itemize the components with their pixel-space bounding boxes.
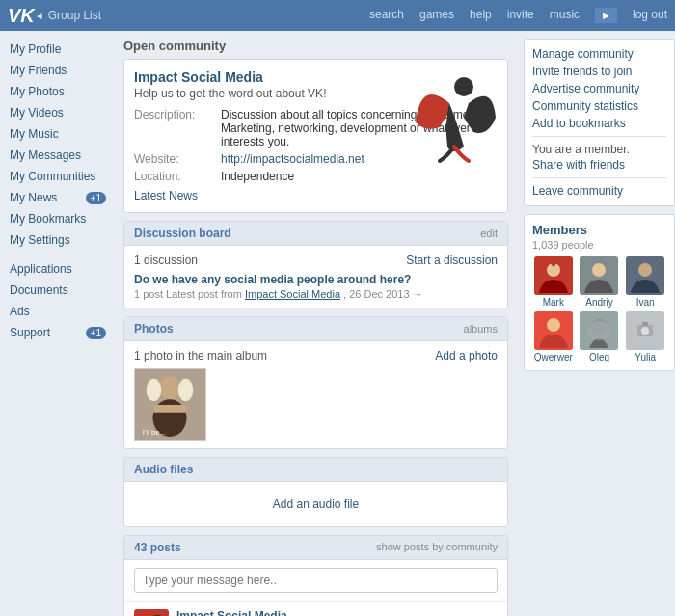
posts-section: 43 posts show posts by community Impact … (123, 535, 508, 616)
latest-news-link[interactable]: Latest News (134, 189, 498, 202)
photos-title: Photos (134, 322, 174, 335)
svg-point-20 (587, 321, 610, 340)
post-author-name[interactable]: Impact Social Media (176, 609, 287, 616)
sidebar-item-my-friends[interactable]: My Friends (0, 60, 116, 81)
discussion-post-meta: 1 post Latest post from Impact Social Me… (134, 288, 498, 300)
photos-count: 1 photo in the main album (134, 349, 267, 362)
add-to-bookmarks-link[interactable]: Add to bookmarks (532, 117, 666, 130)
community-actions: Manage community Invite friends to join … (524, 39, 675, 206)
sidebar-item-my-messages[interactable]: My Messages (0, 145, 116, 166)
member-item-yulia[interactable]: Yulia (624, 311, 666, 362)
post-avatar (134, 609, 169, 616)
page-title: Open community (123, 39, 508, 53)
svg-rect-8 (134, 609, 169, 616)
sidebar-item-applications[interactable]: Applications (0, 258, 116, 280)
nav-search[interactable]: search (369, 8, 404, 23)
sidebar-item-my-photos[interactable]: My Photos (0, 81, 116, 102)
member-item-qwerwer[interactable]: Qwerwer (532, 311, 575, 362)
discussion-post: Do we have any social media people aroun… (134, 273, 498, 300)
post-content: Impact Social Media Have you heard Kseni… (176, 609, 498, 616)
member-avatar-oleg (580, 311, 618, 350)
discussion-row: 1 discussion Start a discussion (134, 254, 498, 267)
main-content: Open community Impact Social Media Help … (116, 31, 516, 616)
group-list-label[interactable]: Group List (48, 9, 101, 22)
website-value[interactable]: http://impactsocialmedia.net (221, 152, 364, 166)
description-label: Description: (134, 108, 221, 148)
location-row: Location: Independence (134, 170, 498, 183)
community-statistics-link[interactable]: Community statistics (532, 99, 666, 113)
support-badge: +1 (86, 327, 106, 339)
sidebar-item-my-news[interactable]: My News +1 (0, 187, 116, 208)
post-message-input[interactable] (134, 568, 498, 593)
sidebar-item-ads[interactable]: Ads (0, 301, 116, 322)
nav-logout[interactable]: log out (633, 8, 667, 23)
svg-rect-24 (642, 322, 648, 326)
photo-thumbnail[interactable]: I'll be... (134, 368, 206, 441)
svg-point-23 (641, 327, 649, 335)
discussion-header: Discussion board edit (124, 222, 507, 246)
show-posts-by-community[interactable]: show posts by community (376, 541, 498, 554)
manage-community-link[interactable]: Manage community (532, 47, 666, 61)
audio-title: Audio files (134, 463, 193, 476)
member-item-andriy[interactable]: Andriy (579, 256, 621, 308)
photos-albums-link[interactable]: albums (464, 323, 498, 335)
location-value: Independence (221, 170, 294, 183)
nav-invite[interactable]: invite (507, 8, 534, 23)
discussion-count: 1 discussion (134, 254, 198, 267)
photos-section: Photos albums 1 photo in the main album … (123, 316, 508, 449)
leave-community-link[interactable]: Leave community (532, 184, 666, 198)
member-item-ivan[interactable]: Ivan (624, 256, 666, 308)
group-list-nav[interactable]: ◄ Group List (35, 9, 101, 22)
svg-point-5 (147, 379, 162, 401)
sidebar-item-support[interactable]: Support +1 (0, 322, 116, 343)
photos-header: Photos albums (124, 317, 507, 341)
photos-row: 1 photo in the main album Add a photo (134, 349, 498, 362)
discussion-edit-link[interactable]: edit (480, 228, 498, 239)
posts-header: 43 posts show posts by community (124, 536, 507, 560)
posts-count: 43 posts (134, 541, 181, 554)
sidebar-item-my-settings[interactable]: My Settings (0, 229, 116, 251)
member-avatar-andriy (580, 256, 618, 295)
discussion-post-author[interactable]: Impact Social Media (245, 288, 340, 300)
sidebar-item-my-bookmarks[interactable]: My Bookmarks (0, 208, 116, 229)
svg-point-6 (178, 379, 194, 401)
top-navigation: VK ◄ Group List search games help invite… (0, 0, 675, 31)
sidebar-item-my-music[interactable]: My Music (0, 123, 116, 145)
start-discussion-link[interactable]: Start a discussion (406, 254, 498, 267)
nav-help[interactable]: help (470, 8, 492, 23)
svg-point-0 (454, 77, 473, 96)
sidebar-item-my-profile[interactable]: My Profile (0, 39, 116, 60)
svg-text:I'll be...: I'll be... (143, 428, 166, 437)
member-item-oleg[interactable]: Oleg (579, 311, 621, 362)
share-with-friends-link[interactable]: Share with friends (532, 158, 666, 172)
sidebar-item-documents[interactable]: Documents (0, 280, 116, 301)
advertise-community-link[interactable]: Advertise community (532, 82, 666, 95)
sidebar-item-my-videos[interactable]: My Videos (0, 102, 116, 123)
add-photo-link[interactable]: Add a photo (435, 349, 498, 362)
member-avatar-yulia (626, 311, 664, 350)
svg-point-13 (592, 263, 606, 277)
right-sidebar: Manage community Invite friends to join … (516, 31, 675, 616)
svg-point-2 (158, 377, 180, 399)
member-status: You are a member. (532, 143, 666, 156)
discussion-title: Discussion board (134, 227, 231, 240)
nav-more-button[interactable]: ► (595, 8, 617, 23)
discussion-body: 1 discussion Start a discussion Do we ha… (124, 246, 507, 308)
member-name-yulia: Yulia (624, 352, 666, 362)
audio-section: Audio files Add an audio file (123, 457, 508, 527)
discussion-post-title[interactable]: Do we have any social media people aroun… (134, 273, 498, 286)
post-item: Impact Social Media Have you heard Kseni… (124, 601, 507, 616)
member-name-oleg: Oleg (579, 352, 621, 362)
svg-rect-4 (153, 405, 185, 413)
add-audio-link[interactable]: Add an audio file (124, 482, 507, 526)
website-label: Website: (134, 152, 221, 166)
members-block: Members 1,039 people Mark (524, 214, 675, 371)
member-name-qwerwer: Qwerwer (532, 352, 575, 362)
member-item-mark[interactable]: Mark (532, 256, 575, 308)
sidebar-item-my-communities[interactable]: My Communities (0, 166, 116, 187)
nav-music[interactable]: music (550, 8, 580, 23)
nav-games[interactable]: games (419, 8, 454, 23)
group-list-arrow: ◄ (35, 11, 44, 21)
invite-friends-link[interactable]: Invite friends to join (532, 65, 666, 78)
members-grid: Mark Andriy (532, 256, 666, 362)
